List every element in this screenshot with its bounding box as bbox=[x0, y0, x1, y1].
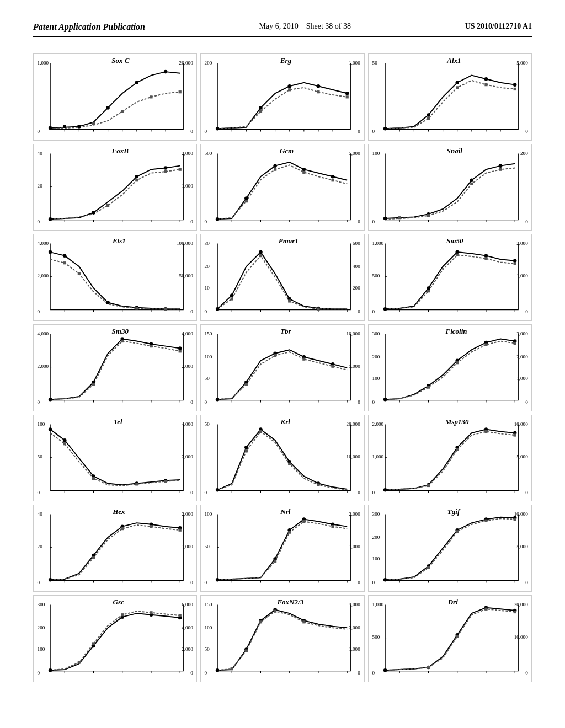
svg-text:40: 40 bbox=[38, 151, 43, 156]
chart-Erg: Erg 200 1,000 0 0 bbox=[200, 53, 364, 141]
svg-point-392 bbox=[216, 578, 220, 582]
svg-rect-45 bbox=[259, 110, 262, 113]
svg-rect-160 bbox=[164, 308, 167, 311]
chart-title-Tel: Tel bbox=[113, 417, 122, 426]
svg-text:200: 200 bbox=[353, 285, 360, 291]
chart-title-FoxB: FoxB bbox=[112, 147, 129, 156]
svg-rect-327 bbox=[288, 462, 291, 465]
svg-rect-374 bbox=[121, 527, 124, 530]
chart-svg-Msp130: 2,000 1,000 10,000 5,000 0 0 bbox=[371, 417, 529, 499]
patent-number: US 2010/0112710 A1 bbox=[465, 22, 532, 30]
svg-rect-281 bbox=[484, 343, 487, 346]
chart-svg-Ets1: 4,000 2,000 100,000 50,000 0 0 bbox=[36, 237, 194, 318]
svg-point-202 bbox=[427, 287, 430, 291]
chart-svg-Alx1: 50 5,000 0 0 bbox=[371, 56, 529, 138]
svg-rect-232 bbox=[150, 345, 152, 347]
chart-Dri: Dri 1,000 500 20,000 10,000 0 0 bbox=[368, 595, 532, 682]
chart-title-Ets1: Ets1 bbox=[113, 237, 126, 245]
svg-rect-472 bbox=[231, 667, 233, 670]
svg-rect-95 bbox=[179, 168, 182, 170]
svg-text:0: 0 bbox=[525, 219, 528, 224]
chart-svg-FoxN23: 150 100 50 3,000 2,000 1,000 0 0 bbox=[203, 598, 361, 679]
svg-text:0: 0 bbox=[38, 219, 40, 224]
svg-rect-233 bbox=[179, 350, 182, 352]
svg-text:0: 0 bbox=[372, 219, 375, 224]
svg-rect-231 bbox=[121, 340, 124, 342]
svg-point-321 bbox=[244, 446, 248, 449]
svg-text:0: 0 bbox=[372, 129, 375, 134]
svg-rect-47 bbox=[317, 90, 320, 93]
svg-text:100: 100 bbox=[205, 625, 212, 630]
chart-Krl: Krl 50 20,000 10,000 0 0 bbox=[200, 415, 364, 502]
svg-point-416 bbox=[383, 578, 387, 582]
chart-svg-Tgif: 300 200 100 10,000 5,000 0 0 bbox=[371, 507, 529, 589]
chart-title-Gsc: Gsc bbox=[113, 598, 124, 607]
svg-rect-208 bbox=[484, 258, 487, 260]
svg-rect-48 bbox=[346, 95, 349, 98]
svg-text:40: 40 bbox=[38, 511, 43, 517]
svg-text:0: 0 bbox=[205, 670, 207, 676]
svg-rect-350 bbox=[456, 448, 459, 451]
svg-text:10,000: 10,000 bbox=[347, 454, 361, 459]
chart-Sm30: Sm30 4,000 2,000 4,000 2,000 0 0 bbox=[33, 324, 197, 411]
svg-point-89 bbox=[92, 211, 95, 215]
chart-title-Tgif: Tgif bbox=[447, 507, 460, 516]
svg-rect-279 bbox=[427, 386, 430, 389]
svg-text:0: 0 bbox=[358, 490, 360, 495]
svg-text:100: 100 bbox=[372, 376, 380, 381]
chart-SoxC: Sox C 1,000 20,000 0 0 bbox=[33, 53, 197, 141]
svg-text:100: 100 bbox=[372, 151, 380, 156]
svg-rect-255 bbox=[274, 354, 276, 357]
svg-rect-500 bbox=[513, 611, 516, 613]
chart-svg-Gsc: 300 200 100 6,000 4,000 2,000 0 0 bbox=[36, 598, 194, 679]
svg-point-40 bbox=[216, 127, 220, 131]
svg-rect-447 bbox=[92, 642, 95, 645]
svg-rect-280 bbox=[456, 361, 459, 364]
svg-text:0: 0 bbox=[525, 309, 528, 314]
svg-text:500: 500 bbox=[205, 151, 212, 156]
chart-Hex: Hex 40 20 2,000 1,000 0 0 bbox=[33, 505, 197, 592]
svg-point-203 bbox=[455, 250, 459, 254]
svg-text:0: 0 bbox=[38, 670, 40, 676]
svg-point-344 bbox=[383, 488, 387, 492]
svg-point-154 bbox=[106, 301, 110, 305]
svg-text:0: 0 bbox=[205, 129, 207, 134]
svg-text:50: 50 bbox=[205, 421, 210, 427]
svg-text:0: 0 bbox=[205, 580, 207, 585]
svg-point-249 bbox=[216, 398, 220, 402]
svg-rect-422 bbox=[456, 531, 459, 533]
svg-point-108 bbox=[216, 217, 220, 221]
chart-Pmar1: Pmar1 30 20 10 600 400 200 0 0 bbox=[200, 234, 364, 321]
svg-text:100: 100 bbox=[38, 646, 45, 652]
chart-svg-FoxB: 40 20 2,000 1,000 0 0 bbox=[36, 147, 194, 228]
chart-svg-Ficolin: 300 200 100 3,000 2,000 1,000 0 0 bbox=[371, 327, 529, 409]
chart-svg-Snail: 100 200 0 0 bbox=[371, 147, 529, 228]
svg-text:300: 300 bbox=[372, 511, 380, 517]
svg-text:0: 0 bbox=[190, 129, 193, 134]
svg-text:0: 0 bbox=[205, 219, 207, 224]
svg-rect-424 bbox=[513, 518, 516, 521]
svg-point-467 bbox=[216, 668, 220, 672]
svg-rect-230 bbox=[92, 383, 95, 386]
svg-point-201 bbox=[383, 307, 387, 311]
svg-rect-70 bbox=[456, 86, 459, 89]
svg-point-178 bbox=[230, 294, 234, 298]
svg-point-441 bbox=[49, 668, 52, 672]
svg-rect-71 bbox=[484, 83, 487, 86]
svg-text:10,000: 10,000 bbox=[514, 634, 528, 640]
svg-text:20,000: 20,000 bbox=[179, 60, 194, 66]
svg-rect-326 bbox=[259, 430, 262, 433]
svg-text:300: 300 bbox=[38, 602, 45, 607]
svg-rect-475 bbox=[274, 610, 276, 613]
svg-rect-351 bbox=[484, 430, 487, 433]
svg-text:0: 0 bbox=[525, 129, 528, 134]
svg-text:50: 50 bbox=[205, 646, 210, 652]
svg-rect-499 bbox=[484, 608, 487, 611]
svg-rect-206 bbox=[427, 290, 430, 292]
svg-text:100: 100 bbox=[205, 354, 212, 360]
patent-label: Patent Application Publication bbox=[33, 22, 145, 31]
svg-text:200: 200 bbox=[205, 60, 212, 66]
svg-text:0: 0 bbox=[190, 399, 193, 405]
svg-rect-349 bbox=[427, 484, 430, 487]
header-left: Patent Application Publication bbox=[33, 22, 145, 32]
